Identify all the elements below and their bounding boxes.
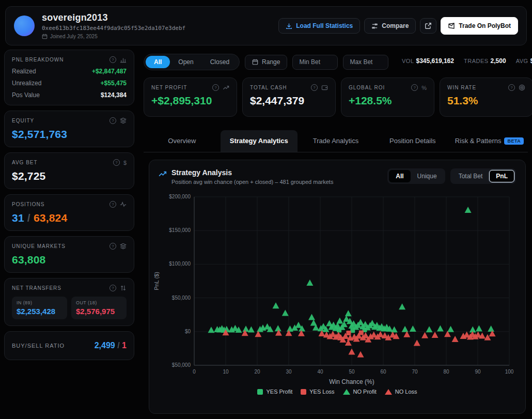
net-profit-label: NET PROFIT: [151, 85, 187, 90]
legend-label: NO Loss: [395, 389, 417, 395]
net-transfers-label: NET TRANSFERS: [12, 285, 61, 291]
svg-text:$200,000: $200,000: [169, 194, 191, 199]
svg-text:20: 20: [254, 369, 260, 375]
segment-closed[interactable]: Closed: [202, 56, 238, 68]
triangle-marker-icon: [385, 389, 392, 395]
bar-chart-icon: [120, 56, 127, 63]
range-label: Range: [262, 58, 280, 66]
buy-sell-ratio-label: BUY/SELL RATIO: [12, 343, 65, 349]
total-cash-label: TOTAL CASH: [250, 85, 287, 90]
pnl-breakdown-card: PNL BREAKDOWN ? Realized+$2,847,487 Unre…: [4, 50, 134, 105]
svg-text:0: 0: [193, 369, 196, 375]
min-bet-input[interactable]: Min Bet: [292, 55, 338, 70]
segment-open[interactable]: Open: [170, 56, 201, 68]
compare-icon: [371, 23, 378, 29]
trade-on-polybot-button[interactable]: Trade On PolyBot: [441, 17, 518, 35]
positions-label: POSITIONS: [12, 201, 44, 207]
dollar-icon: $: [123, 160, 127, 166]
avg-value: $2,725: [530, 57, 532, 65]
tab-trade-analytics[interactable]: Trade Analytics: [298, 130, 374, 152]
help-icon[interactable]: ?: [212, 84, 219, 91]
help-icon[interactable]: ?: [109, 285, 116, 291]
trending-up-icon: [159, 169, 167, 178]
help-icon[interactable]: ?: [113, 159, 120, 166]
status-segmented-control: All Open Closed: [144, 54, 240, 70]
strategy-scatter-chart[interactable]: 0102030405060708090100$200,000$150,000$1…: [149, 189, 525, 386]
net-transfers-card: NET TRANSFERS ? IN (89) $2,253,428 OUT (…: [4, 278, 134, 326]
load-full-statistics-label: Load Full Statistics: [296, 22, 353, 29]
avg-bet-card: AVG BET ? $ $2,725: [4, 152, 134, 189]
toggle-unique[interactable]: Unique: [411, 170, 444, 182]
range-button[interactable]: Range: [245, 55, 287, 70]
vol-label: VOL: [402, 58, 414, 64]
max-bet-input[interactable]: Max Bet: [343, 55, 388, 70]
toggle-total-bet[interactable]: Total Bet: [452, 170, 490, 182]
help-icon[interactable]: ?: [109, 201, 116, 208]
toggle-pnl[interactable]: PnL: [489, 170, 514, 182]
help-icon[interactable]: ?: [311, 84, 318, 91]
chart-legend: YES ProfitYES LossNO ProfitNO Loss: [149, 389, 525, 395]
tab-overview[interactable]: Overview: [144, 130, 221, 152]
global-roi-value: +128.5%: [349, 95, 427, 107]
win-rate-card: WIN RATE ? 51.3%: [440, 77, 532, 117]
tab-strategy-analytics[interactable]: Strategy Analytics: [221, 130, 298, 152]
net-profit-card: NET PROFIT ? +$2,895,310: [144, 77, 237, 117]
svg-text:$0: $0: [185, 329, 191, 334]
segment-all[interactable]: All: [146, 56, 170, 68]
metric-toggle-group: Total Bet PnL: [450, 168, 516, 184]
transfers-out-label: OUT (18): [76, 300, 122, 305]
svg-text:$50,000: $50,000: [172, 295, 191, 301]
svg-text:10: 10: [223, 369, 229, 375]
help-icon[interactable]: ?: [411, 84, 418, 91]
total-cash-value: $2,447,379: [250, 95, 328, 107]
tab-risk-patterns[interactable]: Risk & Patterns BETA: [451, 130, 528, 152]
svg-text:30: 30: [286, 369, 292, 375]
avg-bet-label: AVG BET: [12, 160, 38, 165]
global-roi-label: GLOBAL ROI: [349, 85, 385, 90]
toggle-all[interactable]: All: [389, 170, 410, 182]
positions-total: 63,824: [34, 212, 67, 224]
legend-item-no-loss[interactable]: NO Loss: [385, 389, 417, 395]
download-icon: [286, 23, 292, 29]
square-marker-icon: [257, 389, 263, 395]
calendar-icon: [252, 59, 258, 65]
positions-separator: /: [27, 212, 30, 224]
svg-text:$150,000: $150,000: [169, 227, 191, 233]
help-icon[interactable]: ?: [109, 56, 116, 63]
buy-sell-ratio-value: 2,499 / 1: [95, 341, 127, 350]
main-content: All Open Closed Range Min Bet Max Bet VO…: [139, 50, 532, 414]
realized-value: +$2,847,487: [92, 68, 127, 75]
wallet-address: 0xee613b3fc183ee44f9da9c05f53e2da107e3de…: [42, 25, 185, 32]
legend-label: YES Profit: [266, 389, 292, 395]
analytics-tabs: Overview Strategy Analytics Trade Analyt…: [144, 130, 528, 152]
help-icon[interactable]: ?: [109, 117, 116, 124]
chart-subtitle: Position avg win chance (open + closed) …: [171, 179, 333, 185]
global-roi-card: GLOBAL ROI ? % +128.5%: [341, 77, 434, 117]
svg-text:40: 40: [317, 369, 323, 375]
calendar-icon: [42, 34, 48, 39]
trades-label: TRADES: [464, 58, 489, 64]
pos-value-value: $124,384: [101, 91, 127, 99]
strategy-analysis-panel: Strategy Analysis Position avg win chanc…: [149, 160, 526, 414]
tab-trade-analytics-label: Trade Analytics: [313, 137, 358, 145]
help-icon[interactable]: ?: [109, 243, 116, 250]
beta-badge: BETA: [504, 137, 524, 145]
svg-text:50: 50: [349, 369, 355, 375]
pos-value-label: Pos Value: [12, 91, 40, 99]
load-full-statistics-button[interactable]: Load Full Statistics: [278, 18, 360, 34]
compare-button[interactable]: Compare: [364, 18, 416, 34]
legend-item-no-profit[interactable]: NO Profit: [343, 389, 377, 395]
tab-strategy-analytics-label: Strategy Analytics: [230, 137, 288, 145]
net-profit-value: +$2,895,310: [151, 95, 229, 107]
legend-item-yes-profit[interactable]: YES Profit: [257, 389, 292, 395]
tab-position-details[interactable]: Position Details: [374, 130, 451, 152]
legend-item-yes-loss[interactable]: YES Loss: [301, 389, 334, 395]
svg-text:70: 70: [412, 369, 418, 375]
stats-sidebar: PNL BREAKDOWN ? Realized+$2,847,487 Unre…: [4, 50, 134, 360]
external-link-button[interactable]: [420, 18, 436, 34]
unique-markets-card: UNIQUE MARKETS ? 63,808: [4, 236, 134, 273]
trades-value: 2,500: [491, 57, 506, 65]
help-icon[interactable]: ?: [508, 84, 515, 91]
transfers-out-value: $2,576,975: [76, 307, 122, 316]
chart-title: Strategy Analysis: [171, 168, 333, 177]
